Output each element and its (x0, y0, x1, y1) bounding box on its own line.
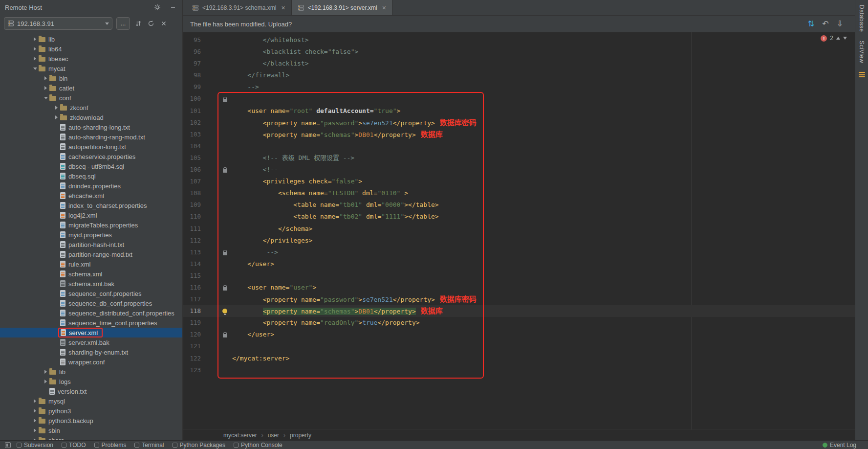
chevron-right-icon[interactable] (42, 86, 49, 90)
hamburger-menu-icon[interactable] (859, 72, 865, 77)
statusbar-item[interactable]: Terminal (134, 442, 164, 449)
browse-button[interactable]: ... (116, 17, 130, 30)
tree-item[interactable]: lib (0, 34, 182, 44)
tree-item[interactable]: schema.xml (0, 269, 182, 279)
code-line[interactable]: 120 </user> (183, 329, 855, 340)
code-line[interactable]: 104 (183, 140, 855, 152)
breadcrumb-item[interactable]: property (290, 432, 311, 439)
tree-item[interactable]: catlet (0, 83, 182, 93)
editor-tab[interactable]: <192.168.3.91> server.xml× (292, 0, 392, 15)
statusbar-item[interactable]: Python Packages (173, 442, 225, 449)
chevron-right-icon[interactable] (31, 428, 39, 432)
code-line[interactable]: 108 <schema name="TESTDB" dml="0110" > (183, 187, 855, 199)
chevron-right-icon[interactable] (53, 115, 60, 119)
code-line[interactable]: 112 </privileges> (183, 235, 855, 247)
tree-item[interactable]: version.txt (0, 386, 182, 396)
code-line[interactable]: 103 <property name="schemas">DB01</prope… (183, 129, 855, 140)
code-line[interactable]: 113 --> (183, 247, 855, 258)
chevron-right-icon[interactable] (42, 76, 49, 80)
tree-item[interactable]: python3 (0, 406, 182, 416)
breadcrumb-item[interactable]: mycat:server (223, 432, 257, 439)
tool-window-button-sciview[interactable]: SciView (858, 41, 865, 63)
code-line[interactable]: 109 <table name="tb01" dml="0000"></tabl… (183, 199, 855, 211)
code-line[interactable]: 116 <user name="user"> (183, 282, 855, 293)
tree-item[interactable]: sequence_time_conf.properties (0, 318, 182, 328)
tree-item[interactable]: mysql (0, 396, 182, 406)
chevron-right-icon[interactable] (31, 37, 39, 41)
tree-item[interactable]: schema.xml.bak (0, 279, 182, 289)
tree-item[interactable]: partition-hash-int.txt (0, 240, 182, 249)
code-line[interactable]: 114 </user> (183, 258, 855, 270)
chevron-down-icon[interactable] (31, 67, 39, 70)
code-line[interactable]: 101 <user name="root" defaultAccount="tr… (183, 105, 855, 117)
tree-item[interactable]: server.xml (0, 328, 182, 337)
code-line[interactable]: 100 (183, 93, 855, 105)
code-line[interactable]: 99 --> (183, 81, 855, 93)
minimize-icon[interactable] (169, 3, 177, 12)
tab-close-icon[interactable]: × (281, 4, 285, 12)
code-line[interactable]: 117 <property name="password">se7en521</… (183, 293, 855, 305)
refresh-icon[interactable] (147, 19, 155, 28)
tool-window-button-database[interactable]: Database (858, 5, 865, 32)
tree-item[interactable]: sharding-by-enum.txt (0, 347, 182, 357)
tree-item[interactable]: zkdownload (0, 112, 182, 122)
statusbar-item[interactable]: TODO (62, 442, 86, 449)
tree-item[interactable]: ehcache.xml (0, 191, 182, 201)
tree-item[interactable]: logs (0, 377, 182, 386)
chevron-right-icon[interactable] (53, 106, 60, 110)
close-icon[interactable] (159, 19, 168, 28)
tab-close-icon[interactable]: × (382, 4, 386, 12)
code-line[interactable]: 107 <privileges check="false"> (183, 176, 855, 187)
tree-item[interactable]: cacheservice.properties (0, 152, 182, 161)
tree-item[interactable]: auto-sharding-long.txt (0, 122, 182, 132)
previous-error-icon[interactable] (836, 37, 840, 40)
chevron-right-icon[interactable] (31, 419, 39, 423)
host-selector[interactable]: 192.168.3.91 (4, 17, 112, 30)
code-line[interactable]: 121 (183, 340, 855, 352)
statusbar-item[interactable]: Problems (94, 442, 127, 449)
tree-item[interactable]: index_to_charset.properties (0, 201, 182, 210)
chevron-down-icon[interactable] (42, 97, 49, 99)
tree-item[interactable]: zkconf (0, 103, 182, 112)
tree-item[interactable]: auto-sharding-rang-mod.txt (0, 132, 182, 142)
code-line[interactable]: 110 <table name="tb02" dml="1111"></tabl… (183, 211, 855, 223)
tree-item[interactable]: wrapper.conf (0, 357, 182, 367)
code-line[interactable]: 105 <!-- 表级 DML 权限设置 --> (183, 152, 855, 164)
tree-item[interactable]: sequence_db_conf.properties (0, 298, 182, 308)
code-line[interactable]: 122</mycat:server> (183, 353, 855, 364)
code-line[interactable]: 106 <!-- (183, 164, 855, 176)
tree-item[interactable]: mycat (0, 64, 182, 73)
chevron-right-icon[interactable] (31, 409, 39, 413)
tree-item[interactable]: server.xml.bak (0, 337, 182, 347)
chevron-right-icon[interactable] (42, 380, 49, 383)
tree-item[interactable]: dbseq - utf8mb4.sql (0, 161, 182, 171)
tree-item[interactable]: myid.properties (0, 230, 182, 240)
sync-scroll-icon[interactable] (134, 19, 143, 28)
tree-item[interactable]: autopartition-long.txt (0, 142, 182, 152)
tree-item[interactable]: rule.xml (0, 259, 182, 269)
tree-item[interactable]: python3.backup (0, 416, 182, 426)
tree-item[interactable]: bin (0, 73, 182, 83)
tree-item[interactable]: migrateTables.properties (0, 220, 182, 230)
tree-item[interactable]: libexec (0, 54, 182, 64)
upload-download-icon[interactable]: ⇅ (808, 20, 814, 28)
tree-item[interactable]: sequence_conf.properties (0, 289, 182, 298)
statusbar-item[interactable]: Python Console (234, 442, 282, 449)
code-line[interactable]: 96 <blacklist check="false"> (183, 46, 855, 58)
chevron-right-icon[interactable] (42, 370, 49, 374)
chevron-right-icon[interactable] (31, 57, 39, 61)
tree-item[interactable]: share (0, 435, 182, 440)
tree-item[interactable]: partition-range-mod.txt (0, 249, 182, 259)
tool-windows-icon[interactable] (5, 442, 11, 448)
intention-bulb-icon[interactable] (222, 309, 227, 314)
code-line[interactable]: 97 </blacklist> (183, 58, 855, 69)
tree-item[interactable]: sbin (0, 426, 182, 435)
code-line[interactable]: 95 </whitehost> (183, 34, 855, 46)
download-icon[interactable]: ⇩ (837, 20, 843, 28)
chevron-right-icon[interactable] (31, 399, 39, 403)
tree-item[interactable]: lib (0, 367, 182, 377)
code-line[interactable]: 115 (183, 270, 855, 282)
code-line[interactable]: 98 </firewall> (183, 69, 855, 81)
gear-icon[interactable] (153, 3, 162, 12)
statusbar-item[interactable]: Subversion (17, 442, 53, 449)
